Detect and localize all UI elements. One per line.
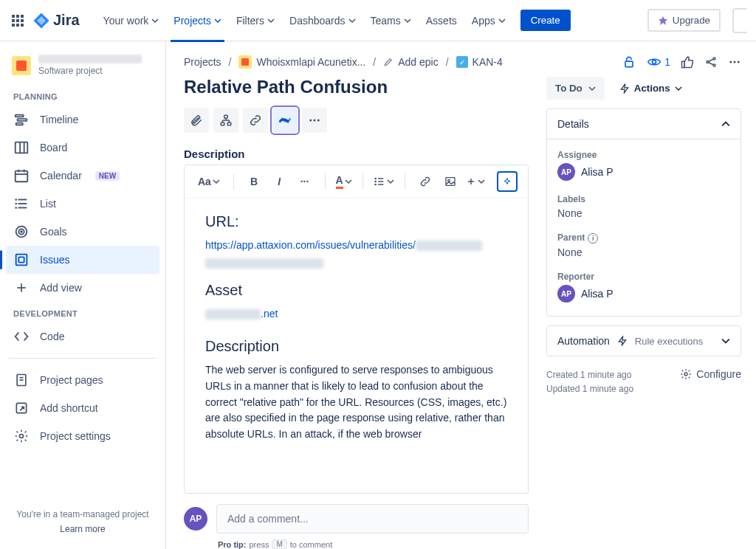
svg-rect-5 bbox=[21, 19, 24, 22]
sidebar-item-goals[interactable]: Goals bbox=[6, 218, 159, 246]
status-dropdown[interactable]: To Do bbox=[546, 77, 605, 100]
svg-rect-2 bbox=[21, 15, 24, 18]
more-button[interactable] bbox=[728, 55, 741, 69]
image-button[interactable] bbox=[441, 171, 460, 192]
description-editor: Aa B I ··· A bbox=[184, 165, 529, 494]
sidebar-item-code[interactable]: Code bbox=[6, 322, 159, 351]
nav-teams[interactable]: Teams bbox=[365, 9, 417, 32]
list-button[interactable] bbox=[374, 171, 394, 192]
editor-toolbar: Aa B I ··· A bbox=[185, 165, 528, 198]
field-parent[interactable]: Parenti None bbox=[557, 232, 730, 258]
svg-line-44 bbox=[709, 63, 713, 65]
bc-add-epic[interactable]: Add epic bbox=[383, 56, 438, 68]
bc-project[interactable]: Whoisxmlapi Acunetix... bbox=[238, 55, 365, 69]
more-format-button[interactable]: ··· bbox=[295, 171, 314, 192]
issue-title[interactable]: Relative Path Confusion bbox=[184, 77, 529, 97]
sidebar-footer: You're in a team-managed project Learn m… bbox=[6, 503, 159, 543]
svg-point-41 bbox=[713, 58, 715, 60]
svg-rect-9 bbox=[16, 115, 24, 117]
svg-point-60 bbox=[375, 184, 376, 184]
nav-filters[interactable]: Filters bbox=[230, 9, 281, 32]
code-icon bbox=[13, 328, 30, 345]
learn-more-link[interactable]: Learn more bbox=[6, 524, 159, 534]
svg-rect-1 bbox=[16, 15, 19, 18]
editor-body[interactable]: URL: https://app.attaxion.com/issues/vul… bbox=[185, 198, 528, 493]
app-switcher-icon[interactable] bbox=[9, 12, 27, 30]
bc-projects[interactable]: Projects bbox=[184, 56, 221, 68]
svg-rect-12 bbox=[16, 142, 28, 153]
svg-point-46 bbox=[734, 61, 736, 63]
sidebar-item-calendar[interactable]: Calendar NEW bbox=[6, 162, 159, 190]
lock-icon[interactable] bbox=[622, 55, 636, 69]
timeline-icon bbox=[13, 111, 30, 128]
bolt-icon bbox=[619, 83, 630, 94]
svg-point-42 bbox=[713, 64, 715, 66]
sidebar-item-issues[interactable]: Issues bbox=[6, 246, 159, 274]
jira-logo[interactable]: Jira bbox=[32, 12, 80, 30]
sidebar-item-timeline[interactable]: Timeline bbox=[6, 106, 159, 134]
nav-items: Your work Projects Filters Dashboards Te… bbox=[97, 9, 571, 32]
text-style-button[interactable]: Aa bbox=[195, 171, 223, 192]
sidebar-item-add-view[interactable]: Add view bbox=[6, 274, 159, 302]
nav-apps[interactable]: Apps bbox=[466, 9, 512, 32]
svg-rect-50 bbox=[227, 122, 231, 125]
details-header[interactable]: Details bbox=[547, 109, 740, 139]
svg-rect-29 bbox=[18, 257, 24, 262]
project-icon bbox=[12, 56, 31, 75]
inner-description-body: The web server is configured to serve re… bbox=[205, 362, 507, 442]
nav-your-work[interactable]: Your work bbox=[97, 9, 165, 32]
upgrade-button[interactable]: Upgrade bbox=[647, 9, 721, 32]
insert-button[interactable] bbox=[466, 171, 485, 192]
asset-link[interactable]: .net bbox=[205, 308, 278, 320]
svg-rect-49 bbox=[221, 122, 224, 125]
bold-button[interactable]: B bbox=[244, 171, 264, 192]
project-name-redacted bbox=[38, 55, 142, 63]
plus-icon bbox=[13, 280, 30, 296]
bc-issue-key[interactable]: ✓ KAN-4 bbox=[456, 56, 503, 68]
svg-point-23 bbox=[16, 204, 16, 204]
info-icon[interactable]: i bbox=[588, 233, 598, 244]
attach-button[interactable] bbox=[184, 108, 209, 133]
sidebar-item-list[interactable]: List bbox=[6, 190, 159, 218]
italic-button[interactable]: I bbox=[269, 171, 289, 192]
nav-projects[interactable]: Projects bbox=[168, 9, 227, 32]
actions-dropdown[interactable]: Actions bbox=[612, 77, 690, 100]
svg-point-68 bbox=[684, 373, 687, 376]
url-link[interactable]: https://app.attaxion.com/issues/vulnerab… bbox=[205, 239, 482, 251]
nav-dashboards[interactable]: Dashboards bbox=[284, 9, 362, 32]
field-labels[interactable]: Labels None bbox=[557, 194, 730, 219]
configure-button[interactable]: Configure bbox=[680, 368, 741, 380]
ai-button[interactable] bbox=[497, 171, 518, 192]
sidebar: Software project PLANNING Timeline Board… bbox=[0, 41, 166, 549]
create-button[interactable]: Create bbox=[520, 10, 571, 31]
asset-heading: Asset bbox=[205, 282, 507, 299]
project-type: Software project bbox=[38, 66, 154, 76]
url-redacted bbox=[205, 258, 323, 269]
bc-project-icon bbox=[238, 55, 252, 69]
sidebar-item-add-shortcut[interactable]: Add shortcut bbox=[6, 394, 159, 422]
confluence-button[interactable] bbox=[272, 108, 298, 133]
editor-link-button[interactable] bbox=[416, 171, 435, 192]
field-reporter[interactable]: Reporter AP Alisa P bbox=[557, 272, 730, 303]
svg-point-24 bbox=[16, 207, 16, 208]
sidebar-item-project-settings[interactable]: Project settings bbox=[6, 422, 159, 450]
svg-point-45 bbox=[729, 61, 732, 63]
project-header[interactable]: Software project bbox=[6, 55, 159, 85]
like-button[interactable] bbox=[681, 55, 694, 69]
field-assignee[interactable]: Assignee AP Alisa P bbox=[557, 150, 730, 181]
sidebar-item-board[interactable]: Board bbox=[6, 134, 159, 162]
subtask-button[interactable] bbox=[213, 108, 238, 133]
automation-panel[interactable]: Automation Rule executions bbox=[546, 325, 741, 356]
watch-button[interactable]: 1 bbox=[647, 55, 670, 69]
text-color-button[interactable]: A bbox=[336, 171, 352, 192]
share-button[interactable] bbox=[704, 55, 718, 69]
page-icon bbox=[13, 372, 30, 388]
comment-row: AP Add a comment... bbox=[184, 494, 529, 536]
nav-assets[interactable]: Assets bbox=[420, 9, 463, 32]
description-label: Description bbox=[184, 148, 529, 160]
sidebar-item-project-pages[interactable]: Project pages bbox=[6, 366, 159, 394]
more-actions-button[interactable] bbox=[302, 108, 327, 133]
svg-rect-35 bbox=[16, 403, 26, 412]
comment-input[interactable]: Add a comment... bbox=[216, 504, 529, 534]
link-button[interactable] bbox=[243, 108, 268, 133]
